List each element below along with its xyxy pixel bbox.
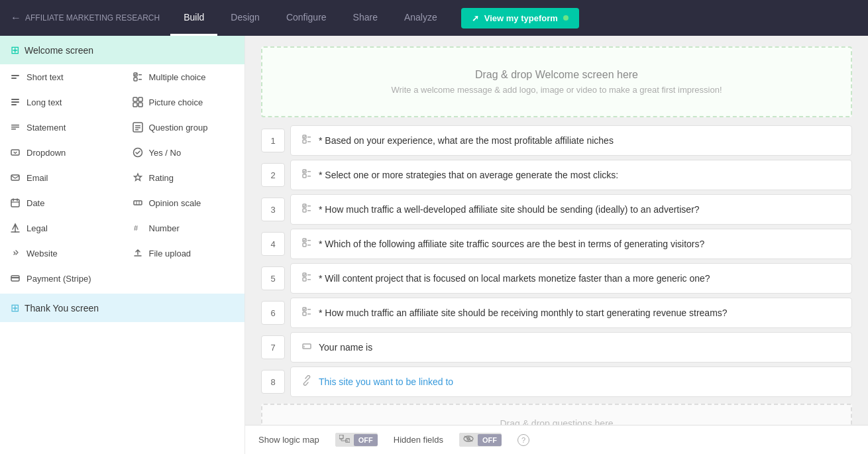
nav-build[interactable]: Build [170, 0, 217, 36]
yes-no-label: Yes / No [149, 148, 182, 158]
svg-rect-44 [303, 209, 306, 212]
field-type-file-upload[interactable]: File upload [123, 241, 245, 266]
view-button-label: View my typeform [484, 13, 558, 23]
svg-rect-53 [307, 279, 311, 280]
hidden-fields-toggle[interactable]: OFF [459, 433, 502, 447]
svg-rect-47 [307, 240, 311, 241]
welcome-drop-subtitle: Write a welcome message & add logo, imag… [284, 85, 830, 95]
thank-you-icon: ⊞ [11, 302, 19, 314]
question-card-8[interactable]: This site you want to be linked to [290, 367, 852, 397]
question-number-6: 6 [261, 301, 285, 325]
field-type-rating[interactable]: Rating [123, 165, 245, 190]
welcome-screen-button[interactable]: ⊞ Welcome screen [0, 36, 244, 64]
question-number-2: 2 [261, 163, 285, 187]
svg-rect-14 [11, 127, 19, 128]
question-card-5[interactable]: * Will content project that is focused o… [290, 263, 852, 294]
website-icon [9, 247, 21, 259]
number-icon: # [132, 222, 144, 234]
svg-rect-56 [303, 312, 306, 315]
rating-icon [132, 172, 144, 184]
question-card-1[interactable]: * Based on your experience, what are the… [290, 125, 852, 156]
logic-map-icon [335, 433, 354, 447]
svg-rect-37 [307, 141, 311, 142]
logic-map-toggle[interactable]: OFF [335, 433, 378, 447]
date-label: Date [27, 198, 44, 208]
field-types-grid: Short text Multiple choice Long text Pic… [0, 64, 244, 291]
status-dot [563, 15, 569, 21]
field-type-yes-no[interactable]: Yes / No [123, 140, 245, 165]
welcome-drop-zone[interactable]: Drag & drop Welcome screen here Write a … [261, 46, 852, 117]
svg-rect-57 [307, 313, 311, 315]
question-card-4[interactable]: * Which of the following affiliate site … [290, 229, 852, 259]
project-title: AFFILIATE MARKETING RESEARCH [25, 13, 160, 23]
hidden-fields-icon [459, 433, 478, 447]
nav-share[interactable]: Share [340, 0, 391, 36]
content-area: Drag & drop Welcome screen here Write a … [245, 36, 868, 454]
nav-configure[interactable]: Configure [273, 0, 340, 36]
svg-rect-5 [138, 79, 142, 80]
svg-rect-3 [134, 78, 137, 81]
multiple-choice-label: Multiple choice [149, 72, 206, 82]
long-text-icon [9, 96, 21, 108]
file-upload-label: File upload [149, 249, 191, 258]
back-arrow-icon: ← [11, 12, 21, 24]
question-text-3: * How much traffic a well-developed affi… [319, 204, 841, 215]
question-text-7: Your name is [319, 342, 841, 353]
svg-rect-7 [11, 101, 19, 103]
svg-rect-22 [11, 175, 19, 180]
field-type-dropdown[interactable]: Dropdown [0, 140, 123, 165]
field-type-long-text[interactable]: Long text [0, 89, 123, 115]
field-type-legal[interactable]: Legal [0, 215, 123, 241]
welcome-icon: ⊞ [11, 44, 19, 56]
sidebar: ⊞ Welcome screen Short text Multiple cho… [0, 36, 245, 454]
nav-design[interactable]: Design [217, 0, 273, 36]
question-type-icon-7 [301, 341, 312, 354]
question-card-3[interactable]: * How much traffic a well-developed affi… [290, 194, 852, 225]
field-type-short-text[interactable]: Short text [0, 64, 123, 89]
question-number-3: 3 [261, 198, 285, 221]
question-type-icon-2 [301, 168, 312, 182]
svg-rect-9 [133, 97, 137, 101]
question-text-8: This site you want to be linked to [319, 376, 841, 387]
svg-text:#: # [134, 224, 138, 232]
question-type-icon-4 [301, 237, 312, 251]
question-card-2[interactable]: * Select one or more strategies that on … [290, 160, 852, 190]
field-type-date[interactable]: Date [0, 190, 123, 215]
svg-rect-0 [11, 75, 19, 76]
field-type-statement[interactable]: Statement [0, 115, 123, 140]
thank-you-screen-label: Thank You screen [25, 303, 99, 313]
field-type-question-group[interactable]: Question group [123, 115, 245, 140]
help-button[interactable]: ? [517, 434, 529, 446]
question-text-2: * Select one or more strategies that on … [319, 170, 841, 180]
field-type-picture-choice[interactable]: Picture choice [123, 89, 245, 115]
external-link-icon: ➚ [472, 13, 479, 23]
question-row-3: 3 * How much traffic a well-developed af… [261, 194, 852, 225]
opinion-scale-icon [132, 197, 144, 209]
nav-analyze[interactable]: Analyze [391, 0, 451, 36]
svg-rect-45 [307, 210, 311, 211]
question-row-7: 7 Your name is [261, 332, 852, 363]
welcome-drop-title: Drag & drop Welcome screen here [284, 69, 830, 81]
question-card-7[interactable]: Your name is [290, 332, 852, 363]
question-text-1: * Based on your experience, what are the… [319, 135, 841, 146]
svg-rect-36 [303, 140, 306, 143]
field-type-email[interactable]: Email [0, 165, 123, 190]
view-typeform-button[interactable]: ➚ View my typeform [461, 8, 579, 28]
field-type-website[interactable]: Website [0, 241, 123, 266]
field-type-opinion-scale[interactable]: Opinion scale [123, 190, 245, 215]
svg-rect-39 [307, 171, 311, 172]
question-row-5: 5 * Will content project that is focused… [261, 263, 852, 294]
thank-you-screen-button[interactable]: ⊞ Thank You screen [0, 294, 244, 322]
question-row-1: 1 * Based on your experience, what are t… [261, 125, 852, 156]
question-group-icon [132, 121, 144, 133]
email-icon [9, 172, 21, 184]
field-type-number[interactable]: # Number [123, 215, 245, 241]
question-text-5: * Will content project that is focused o… [319, 273, 841, 284]
long-text-label: Long text [27, 97, 62, 107]
field-type-multiple-choice[interactable]: Multiple choice [123, 64, 245, 89]
question-type-icon-6 [301, 306, 312, 319]
svg-rect-8 [11, 104, 17, 105]
question-card-6[interactable]: * How much traffic an affiliate site sho… [290, 298, 852, 328]
field-type-payment[interactable]: Payment (Stripe) [0, 266, 123, 291]
back-button[interactable]: ← AFFILIATE MARKETING RESEARCH [11, 12, 160, 24]
